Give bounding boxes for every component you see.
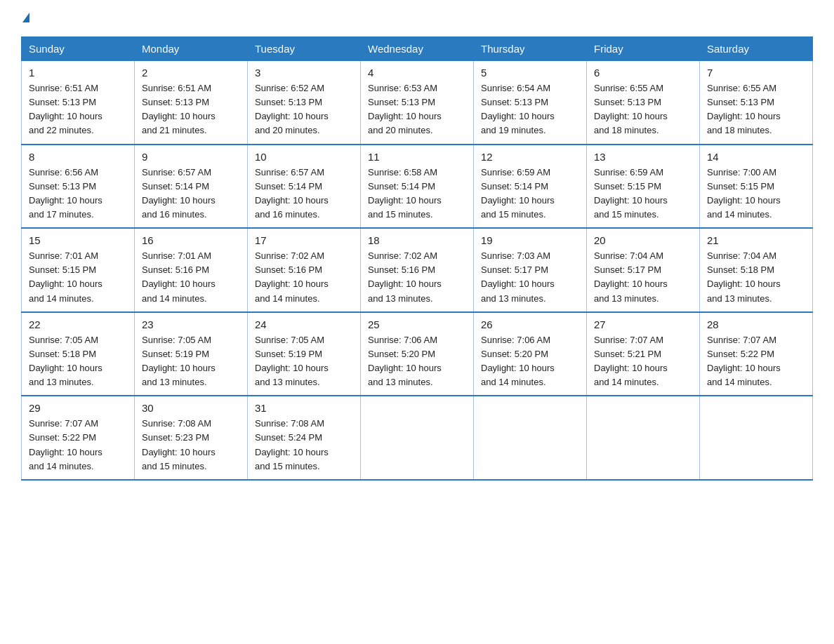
calendar-body: 1 Sunrise: 6:51 AMSunset: 5:13 PMDayligh… (22, 61, 813, 480)
calendar-cell: 26 Sunrise: 7:06 AMSunset: 5:20 PMDaylig… (474, 312, 587, 396)
weekday-header-thursday: Thursday (474, 37, 587, 61)
weekday-header-sunday: Sunday (22, 37, 135, 61)
calendar-cell: 17 Sunrise: 7:02 AMSunset: 5:16 PMDaylig… (248, 228, 361, 312)
calendar-cell (587, 396, 700, 480)
calendar-cell: 28 Sunrise: 7:07 AMSunset: 5:22 PMDaylig… (700, 312, 813, 396)
day-number: 26 (481, 318, 579, 330)
calendar-cell: 13 Sunrise: 6:59 AMSunset: 5:15 PMDaylig… (587, 145, 700, 229)
day-number: 12 (481, 151, 579, 163)
calendar-cell: 29 Sunrise: 7:07 AMSunset: 5:22 PMDaylig… (22, 396, 135, 480)
calendar-week-row: 8 Sunrise: 6:56 AMSunset: 5:13 PMDayligh… (22, 145, 813, 229)
page-header (21, 14, 813, 24)
day-number: 20 (594, 234, 692, 246)
day-number: 1 (29, 67, 127, 79)
calendar-cell: 21 Sunrise: 7:04 AMSunset: 5:18 PMDaylig… (700, 228, 813, 312)
calendar-cell: 1 Sunrise: 6:51 AMSunset: 5:13 PMDayligh… (22, 61, 135, 145)
day-info: Sunrise: 7:01 AMSunset: 5:15 PMDaylight:… (29, 250, 102, 303)
day-number: 8 (29, 151, 127, 163)
day-number: 27 (594, 318, 692, 330)
day-info: Sunrise: 6:53 AMSunset: 5:13 PMDaylight:… (368, 83, 442, 135)
day-info: Sunrise: 6:54 AMSunset: 5:13 PMDaylight:… (481, 83, 555, 135)
weekday-header-row: SundayMondayTuesdayWednesdayThursdayFrid… (22, 37, 813, 61)
calendar-cell (700, 396, 813, 480)
calendar-cell: 23 Sunrise: 7:05 AMSunset: 5:19 PMDaylig… (135, 312, 248, 396)
logo-triangle-icon (22, 13, 29, 22)
day-number: 17 (255, 234, 353, 246)
calendar-cell: 12 Sunrise: 6:59 AMSunset: 5:14 PMDaylig… (474, 145, 587, 229)
calendar-table: SundayMondayTuesdayWednesdayThursdayFrid… (21, 36, 813, 481)
day-info: Sunrise: 7:06 AMSunset: 5:20 PMDaylight:… (368, 335, 442, 387)
day-info: Sunrise: 6:59 AMSunset: 5:14 PMDaylight:… (481, 167, 555, 220)
calendar-cell: 3 Sunrise: 6:52 AMSunset: 5:13 PMDayligh… (248, 61, 361, 145)
calendar-header: SundayMondayTuesdayWednesdayThursdayFrid… (22, 37, 813, 61)
weekday-header-monday: Monday (135, 37, 248, 61)
day-info: Sunrise: 6:59 AMSunset: 5:15 PMDaylight:… (594, 167, 668, 220)
day-info: Sunrise: 6:52 AMSunset: 5:13 PMDaylight:… (255, 83, 329, 135)
calendar-cell: 24 Sunrise: 7:05 AMSunset: 5:19 PMDaylig… (248, 312, 361, 396)
day-info: Sunrise: 7:00 AMSunset: 5:15 PMDaylight:… (707, 167, 781, 220)
day-number: 5 (481, 67, 579, 79)
day-number: 18 (368, 234, 466, 246)
calendar-cell: 25 Sunrise: 7:06 AMSunset: 5:20 PMDaylig… (361, 312, 474, 396)
calendar-cell: 10 Sunrise: 6:57 AMSunset: 5:14 PMDaylig… (248, 145, 361, 229)
calendar-cell: 16 Sunrise: 7:01 AMSunset: 5:16 PMDaylig… (135, 228, 248, 312)
day-number: 24 (255, 318, 353, 330)
day-number: 16 (142, 234, 240, 246)
day-info: Sunrise: 7:02 AMSunset: 5:16 PMDaylight:… (255, 250, 329, 303)
day-number: 2 (142, 67, 240, 79)
day-number: 10 (255, 151, 353, 163)
calendar-cell: 19 Sunrise: 7:03 AMSunset: 5:17 PMDaylig… (474, 228, 587, 312)
day-info: Sunrise: 7:03 AMSunset: 5:17 PMDaylight:… (481, 250, 555, 303)
day-number: 22 (29, 318, 127, 330)
calendar-cell: 27 Sunrise: 7:07 AMSunset: 5:21 PMDaylig… (587, 312, 700, 396)
day-info: Sunrise: 7:07 AMSunset: 5:22 PMDaylight:… (29, 418, 102, 471)
calendar-cell: 14 Sunrise: 7:00 AMSunset: 5:15 PMDaylig… (700, 145, 813, 229)
day-number: 3 (255, 67, 353, 79)
day-number: 25 (368, 318, 466, 330)
day-info: Sunrise: 7:05 AMSunset: 5:19 PMDaylight:… (255, 335, 329, 387)
day-info: Sunrise: 7:07 AMSunset: 5:22 PMDaylight:… (707, 335, 781, 387)
day-info: Sunrise: 6:57 AMSunset: 5:14 PMDaylight:… (255, 167, 329, 220)
day-number: 15 (29, 234, 127, 246)
day-info: Sunrise: 7:08 AMSunset: 5:23 PMDaylight:… (142, 418, 216, 471)
day-info: Sunrise: 6:58 AMSunset: 5:14 PMDaylight:… (368, 167, 442, 220)
day-info: Sunrise: 7:01 AMSunset: 5:16 PMDaylight:… (142, 250, 216, 303)
day-info: Sunrise: 6:51 AMSunset: 5:13 PMDaylight:… (142, 83, 216, 135)
weekday-header-saturday: Saturday (700, 37, 813, 61)
weekday-header-wednesday: Wednesday (361, 37, 474, 61)
day-info: Sunrise: 6:56 AMSunset: 5:13 PMDaylight:… (29, 167, 102, 220)
day-number: 4 (368, 67, 466, 79)
calendar-cell: 5 Sunrise: 6:54 AMSunset: 5:13 PMDayligh… (474, 61, 587, 145)
day-number: 19 (481, 234, 579, 246)
day-info: Sunrise: 6:55 AMSunset: 5:13 PMDaylight:… (594, 83, 668, 135)
day-info: Sunrise: 7:05 AMSunset: 5:19 PMDaylight:… (142, 335, 216, 387)
day-number: 30 (142, 402, 240, 414)
day-number: 9 (142, 151, 240, 163)
calendar-cell: 30 Sunrise: 7:08 AMSunset: 5:23 PMDaylig… (135, 396, 248, 480)
day-number: 6 (594, 67, 692, 79)
calendar-cell: 8 Sunrise: 6:56 AMSunset: 5:13 PMDayligh… (22, 145, 135, 229)
day-info: Sunrise: 7:02 AMSunset: 5:16 PMDaylight:… (368, 250, 442, 303)
calendar-cell: 6 Sunrise: 6:55 AMSunset: 5:13 PMDayligh… (587, 61, 700, 145)
calendar-cell: 2 Sunrise: 6:51 AMSunset: 5:13 PMDayligh… (135, 61, 248, 145)
day-info: Sunrise: 7:05 AMSunset: 5:18 PMDaylight:… (29, 335, 102, 387)
day-number: 29 (29, 402, 127, 414)
day-info: Sunrise: 7:08 AMSunset: 5:24 PMDaylight:… (255, 418, 329, 471)
day-info: Sunrise: 6:55 AMSunset: 5:13 PMDaylight:… (707, 83, 781, 135)
calendar-cell: 22 Sunrise: 7:05 AMSunset: 5:18 PMDaylig… (22, 312, 135, 396)
calendar-week-row: 29 Sunrise: 7:07 AMSunset: 5:22 PMDaylig… (22, 396, 813, 480)
day-info: Sunrise: 7:07 AMSunset: 5:21 PMDaylight:… (594, 335, 668, 387)
day-number: 23 (142, 318, 240, 330)
weekday-header-friday: Friday (587, 37, 700, 61)
calendar-cell: 20 Sunrise: 7:04 AMSunset: 5:17 PMDaylig… (587, 228, 700, 312)
day-number: 7 (707, 67, 805, 79)
day-info: Sunrise: 7:04 AMSunset: 5:17 PMDaylight:… (594, 250, 668, 303)
day-number: 28 (707, 318, 805, 330)
day-number: 14 (707, 151, 805, 163)
calendar-week-row: 15 Sunrise: 7:01 AMSunset: 5:15 PMDaylig… (22, 228, 813, 312)
calendar-cell: 18 Sunrise: 7:02 AMSunset: 5:16 PMDaylig… (361, 228, 474, 312)
day-info: Sunrise: 7:06 AMSunset: 5:20 PMDaylight:… (481, 335, 555, 387)
calendar-cell: 15 Sunrise: 7:01 AMSunset: 5:15 PMDaylig… (22, 228, 135, 312)
calendar-cell (474, 396, 587, 480)
calendar-cell (361, 396, 474, 480)
